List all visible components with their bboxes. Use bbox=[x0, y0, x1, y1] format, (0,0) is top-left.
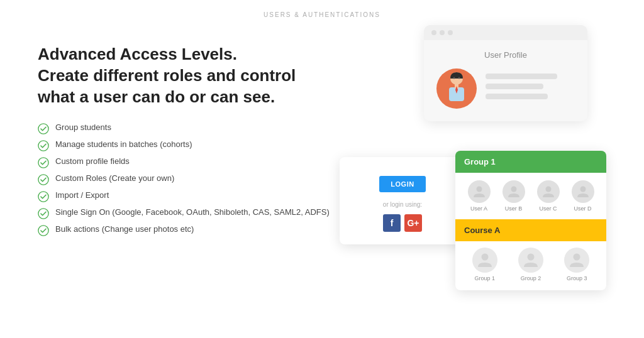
browser-dot-2 bbox=[440, 30, 445, 35]
feature-text: Bulk actions (Change user photos etc) bbox=[55, 224, 194, 234]
feature-item: Bulk actions (Change user photos etc) bbox=[38, 224, 340, 236]
user-avatar bbox=[502, 180, 525, 203]
browser-dot-3 bbox=[448, 30, 453, 35]
course-label: Group 3 bbox=[567, 275, 587, 281]
top-label: USERS & AUTHENTICATIONS bbox=[264, 11, 380, 18]
svg-point-0 bbox=[38, 124, 48, 134]
profile-card-body: User Profile bbox=[424, 40, 587, 121]
browser-bar bbox=[424, 25, 587, 40]
check-icon bbox=[38, 208, 49, 219]
group-user: User C bbox=[537, 180, 560, 212]
svg-point-17 bbox=[481, 254, 488, 261]
user-avatar bbox=[572, 180, 594, 203]
svg-point-1 bbox=[38, 141, 48, 151]
svg-point-15 bbox=[545, 187, 551, 192]
profile-line-2 bbox=[486, 84, 543, 89]
check-icon bbox=[38, 225, 49, 236]
svg-point-12 bbox=[458, 77, 460, 79]
group-user: User D bbox=[572, 180, 594, 212]
user-label: User D bbox=[574, 205, 591, 212]
feature-item: Custom Roles (Create your own) bbox=[38, 173, 340, 185]
course-group: Group 1 bbox=[472, 248, 497, 281]
svg-point-16 bbox=[580, 187, 586, 192]
svg-point-11 bbox=[453, 77, 455, 79]
avatar bbox=[436, 68, 477, 109]
user-label: User C bbox=[539, 205, 557, 212]
svg-point-2 bbox=[38, 158, 48, 168]
page-wrapper: USERS & AUTHENTICATIONS Advanced Access … bbox=[0, 0, 644, 338]
feature-item: Group students bbox=[38, 123, 340, 134]
feature-text: Custom profile fields bbox=[55, 156, 130, 166]
feature-text: Group students bbox=[55, 123, 111, 132]
user-avatar bbox=[537, 180, 560, 203]
svg-point-6 bbox=[38, 226, 48, 236]
check-icon bbox=[38, 123, 49, 134]
group1-header: Group 1 bbox=[455, 151, 606, 173]
check-icon bbox=[38, 174, 49, 185]
feature-item: Custom profile fields bbox=[38, 156, 340, 168]
user-label: User B bbox=[505, 205, 523, 212]
svg-point-13 bbox=[476, 187, 482, 192]
course-group: Group 2 bbox=[518, 248, 543, 281]
check-icon bbox=[38, 140, 49, 151]
profile-card: User Profile bbox=[424, 25, 587, 121]
feature-text: Custom Roles (Create your own) bbox=[55, 173, 174, 183]
groups-card: Group 1 User A User B bbox=[455, 151, 606, 290]
profile-line-1 bbox=[486, 74, 557, 79]
course-avatar bbox=[472, 248, 497, 273]
main-heading: Advanced Access Levels. Create different… bbox=[38, 44, 340, 107]
google-login-button[interactable]: G+ bbox=[404, 214, 422, 232]
feature-item: Import / Export bbox=[38, 190, 340, 202]
check-icon bbox=[38, 191, 49, 202]
login-button[interactable]: LOGIN bbox=[379, 176, 425, 192]
facebook-login-button[interactable]: f bbox=[383, 214, 401, 232]
user-label: User A bbox=[470, 205, 487, 212]
group-user: User A bbox=[468, 180, 491, 212]
svg-point-4 bbox=[38, 192, 48, 202]
feature-item: Manage students in batches (cohorts) bbox=[38, 139, 340, 151]
profile-line-3 bbox=[486, 94, 548, 99]
profile-lines bbox=[486, 68, 575, 99]
feature-list: Group students Manage students in batche… bbox=[38, 123, 340, 236]
course-avatar bbox=[564, 248, 589, 273]
feature-text: Single Sign On (Google, Facebook, OAuth,… bbox=[55, 207, 330, 217]
feature-item: Single Sign On (Google, Facebook, OAuth,… bbox=[38, 207, 340, 219]
left-panel: Advanced Access Levels. Create different… bbox=[38, 19, 340, 236]
course-avatar bbox=[518, 248, 543, 273]
group-user: User B bbox=[502, 180, 525, 212]
course-label: Group 1 bbox=[474, 275, 495, 281]
svg-point-19 bbox=[574, 254, 580, 261]
feature-text: Manage students in batches (cohorts) bbox=[55, 139, 192, 149]
svg-point-18 bbox=[527, 254, 534, 261]
login-card: LOGIN or login using: f G+ bbox=[340, 157, 465, 244]
svg-point-14 bbox=[511, 187, 516, 192]
courseA-header: Course A bbox=[455, 219, 606, 241]
profile-content bbox=[436, 68, 575, 109]
profile-title: User Profile bbox=[436, 50, 575, 60]
right-panel: User Profile bbox=[340, 25, 606, 327]
social-buttons: f G+ bbox=[352, 214, 453, 232]
user-avatar bbox=[468, 180, 491, 203]
login-or-text: or login using: bbox=[352, 201, 453, 208]
group-courses-row: Group 1 Group 2 Group 3 bbox=[455, 241, 606, 290]
group-users-row: User A User B User C bbox=[455, 173, 606, 219]
course-group: Group 3 bbox=[564, 248, 589, 281]
svg-point-3 bbox=[38, 175, 48, 185]
svg-point-5 bbox=[38, 209, 48, 219]
feature-text: Import / Export bbox=[55, 190, 109, 200]
check-icon bbox=[38, 157, 49, 168]
browser-dot-1 bbox=[431, 30, 436, 35]
course-label: Group 2 bbox=[521, 275, 541, 281]
